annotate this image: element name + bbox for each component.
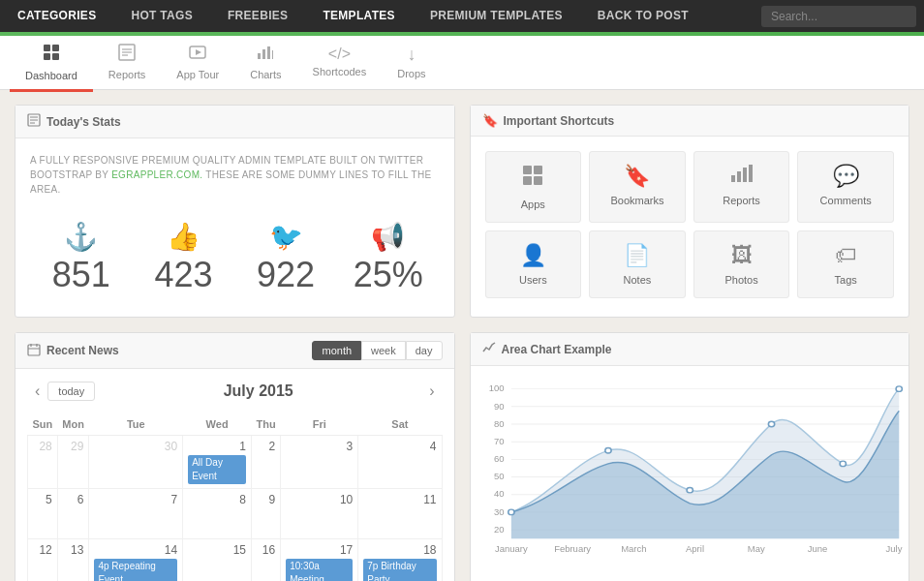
shortcut-tags[interactable]: 🏷 Tags xyxy=(797,230,894,298)
shortcuts-grid: Apps 🔖 Bookmarks Reports xyxy=(485,151,895,298)
svg-text:40: 40 xyxy=(493,490,504,499)
nav-freebies[interactable]: FREEBIES xyxy=(210,0,305,32)
svg-rect-13 xyxy=(272,50,273,59)
svg-text:May: May xyxy=(747,544,765,553)
shortcut-photos[interactable]: 🖼 Photos xyxy=(693,230,790,298)
calendar-cell[interactable]: 4 xyxy=(358,436,442,489)
area-chart-header-icon xyxy=(482,341,496,357)
todays-stats-title: Today's Stats xyxy=(46,115,121,129)
calendar-body: ‹ today July 2015 › Sun Mon Tue Wed Thu … xyxy=(15,369,454,581)
area-chart-title: Area Chart Example xyxy=(502,343,612,356)
shortcut-apps-label: Apps xyxy=(521,199,545,210)
calendar-cell[interactable]: 16 xyxy=(252,539,281,582)
calendar-cell[interactable]: 2 xyxy=(252,436,281,489)
shortcuts-header-icon: 🔖 xyxy=(482,113,498,128)
calendar-cell[interactable]: 9 xyxy=(252,489,281,539)
svg-rect-11 xyxy=(262,49,265,59)
svg-marker-9 xyxy=(196,49,201,55)
tab-bar: Dashboard Reports App Tour xyxy=(0,36,924,90)
calendar-cell[interactable]: 28 xyxy=(28,436,58,489)
users-icon: 👤 xyxy=(520,243,546,268)
calendar-view-buttons: month week day xyxy=(312,341,442,360)
calendar-cell[interactable]: 12 xyxy=(28,539,58,582)
calendar-cell[interactable]: 6 xyxy=(57,489,89,539)
calendar-cell[interactable]: 144p Repeating Event xyxy=(89,539,183,582)
cal-next-button[interactable]: › xyxy=(421,379,442,404)
cal-day-wed: Wed xyxy=(183,413,252,436)
tab-app-tour[interactable]: App Tour xyxy=(161,36,234,91)
main-content: Today's Stats A FULLY RESPONSIVE PREMIUM… xyxy=(0,90,924,581)
tab-dashboard[interactable]: Dashboard xyxy=(10,35,93,92)
svg-rect-25 xyxy=(749,165,753,182)
shortcut-photos-label: Photos xyxy=(724,274,757,286)
drops-icon: ↓ xyxy=(407,45,416,65)
cal-view-month[interactable]: month xyxy=(312,341,361,360)
cal-prev-button[interactable]: ‹ xyxy=(27,379,47,404)
calendar-cell[interactable]: 8 xyxy=(183,489,252,539)
svg-rect-24 xyxy=(743,168,747,182)
tab-charts[interactable]: Charts xyxy=(234,36,296,91)
shortcut-comments[interactable]: 💬 Comments xyxy=(797,151,894,223)
nav-back-to-post[interactable]: Back to Post xyxy=(580,0,706,32)
nav-categories[interactable]: CATEGORIES xyxy=(0,0,113,32)
calendar-cell[interactable]: 7 xyxy=(89,489,183,539)
svg-point-49 xyxy=(604,448,610,453)
stat-anchor: ⚓ 851 xyxy=(30,211,133,302)
comments-icon: 💬 xyxy=(833,164,859,189)
calendar-event[interactable]: 10:30a Meeting xyxy=(286,559,353,581)
stats-description: A FULLY RESPONSIVE PREMIUM QUALITY ADMIN… xyxy=(30,153,440,197)
svg-text:July: July xyxy=(885,544,902,553)
calendar-cell[interactable]: 187p Birthday Party xyxy=(358,539,442,582)
calendar-cell[interactable]: 15 xyxy=(183,539,252,582)
calendar-cell[interactable]: 1710:30a Meeting12p Lunch xyxy=(281,539,358,582)
tab-drops[interactable]: ↓ Drops xyxy=(382,37,441,90)
tab-shortcodes[interactable]: </> Shortcodes xyxy=(297,38,383,88)
calendar-card: Recent News month week day ‹ today July … xyxy=(15,332,455,581)
charts-icon xyxy=(256,44,275,66)
cal-view-week[interactable]: week xyxy=(361,341,406,360)
shortcut-users-label: Users xyxy=(519,274,547,286)
cal-view-day[interactable]: day xyxy=(406,341,443,360)
tab-charts-label: Charts xyxy=(250,69,281,80)
shortcut-apps[interactable]: Apps xyxy=(485,151,582,223)
svg-text:20: 20 xyxy=(493,525,504,534)
todays-stats-card: Today's Stats A FULLY RESPONSIVE PREMIUM… xyxy=(15,105,455,318)
nav-premium-templates[interactable]: Premium Templates xyxy=(413,0,580,32)
calendar-cell[interactable]: 10 xyxy=(281,489,358,539)
calendar-cell[interactable]: 13 xyxy=(57,539,89,582)
nav-hot-tags[interactable]: HOT TAGS xyxy=(113,0,210,32)
calendar-header-icon xyxy=(27,343,41,359)
shortcut-users[interactable]: 👤 Users xyxy=(485,230,582,298)
calendar-event[interactable]: All Day Event xyxy=(188,455,246,484)
cal-day-sun: Sun xyxy=(28,413,58,436)
calendar-event[interactable]: 7p Birthday Party xyxy=(363,559,436,581)
search-input[interactable] xyxy=(761,6,916,27)
calendar-cell[interactable]: 5 xyxy=(28,489,58,539)
nav-templates[interactable]: Templates xyxy=(305,0,412,32)
area-chart-header: Area Chart Example xyxy=(471,333,909,366)
stat-value-0: 851 xyxy=(35,258,128,292)
calendar-cell[interactable]: 30 xyxy=(89,436,183,489)
shortcuts-body: Apps 🔖 Bookmarks Reports xyxy=(471,137,909,313)
megaphone-icon: 📢 xyxy=(342,221,435,253)
shortcut-reports[interactable]: Reports xyxy=(693,151,790,223)
stats-numbers: ⚓ 851 👍 423 🐦 922 📢 25% xyxy=(30,211,440,302)
calendar-cell[interactable]: 29 xyxy=(57,436,89,489)
calendar-event[interactable]: 4p Repeating Event xyxy=(94,559,177,581)
calendar-cell[interactable]: 3 xyxy=(281,436,358,489)
shortcut-bookmarks[interactable]: 🔖 Bookmarks xyxy=(589,151,686,223)
svg-point-51 xyxy=(768,421,774,426)
shortcut-reports-label: Reports xyxy=(723,195,760,206)
cal-today-button[interactable]: today xyxy=(47,382,95,401)
calendar-cell[interactable]: 11 xyxy=(358,489,442,539)
app-tour-icon xyxy=(188,44,207,66)
shortcuts-title: Important Shortcuts xyxy=(504,114,615,128)
shortcut-notes[interactable]: 📄 Notes xyxy=(589,230,686,298)
tab-reports[interactable]: Reports xyxy=(93,36,162,91)
todays-stats-body: A FULLY RESPONSIVE PREMIUM QUALITY ADMIN… xyxy=(15,138,454,317)
calendar-cell[interactable]: 1All Day Event xyxy=(183,436,252,489)
shortcuts-header: 🔖 Important Shortcuts xyxy=(471,106,909,137)
svg-text:February: February xyxy=(554,544,592,553)
tab-shortcodes-label: Shortcodes xyxy=(313,66,367,77)
calendar-table: Sun Mon Tue Wed Thu Fri Sat 2829301All D… xyxy=(27,413,443,581)
